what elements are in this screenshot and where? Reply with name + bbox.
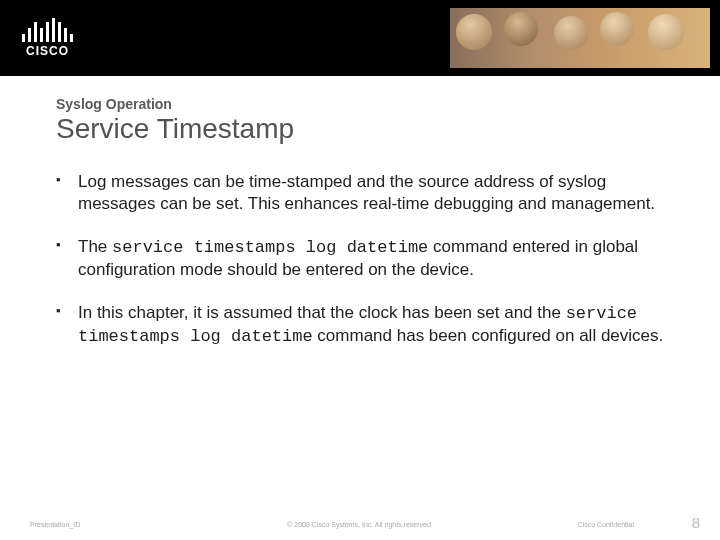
list-item: Log messages can be time-stamped and the… <box>74 171 664 216</box>
bullet-text-pre: The <box>78 237 112 256</box>
bullet-text-post: command has been configured on all devic… <box>313 326 664 345</box>
list-item: The service timestamps log datetime comm… <box>74 236 664 282</box>
slide-footer: Presentation_ID © 2008 Cisco Systems, In… <box>0 521 720 528</box>
bullet-list: Log messages can be time-stamped and the… <box>56 171 664 349</box>
brand-text: CISCO <box>26 44 69 58</box>
bullet-text: Log messages can be time-stamped and the… <box>78 172 655 213</box>
slide-header: CISCO <box>0 0 720 76</box>
page-number: 8 <box>692 514 700 531</box>
presentation-id: Presentation_ID <box>30 521 80 528</box>
cisco-logo: CISCO <box>22 18 73 58</box>
slide-content: Syslog Operation Service Timestamp Log m… <box>0 76 720 349</box>
bullet-text-code: service timestamps log datetime <box>112 238 428 257</box>
section-label: Syslog Operation <box>56 96 664 112</box>
bullet-text-pre: In this chapter, it is assumed that the … <box>78 303 566 322</box>
page-title: Service Timestamp <box>56 113 664 145</box>
hero-image <box>450 8 710 68</box>
confidential-text: Cisco Confidential <box>578 521 634 528</box>
list-item: In this chapter, it is assumed that the … <box>74 302 664 349</box>
logo-bars-icon <box>22 18 73 42</box>
copyright-text: © 2008 Cisco Systems, Inc. All rights re… <box>287 521 433 528</box>
